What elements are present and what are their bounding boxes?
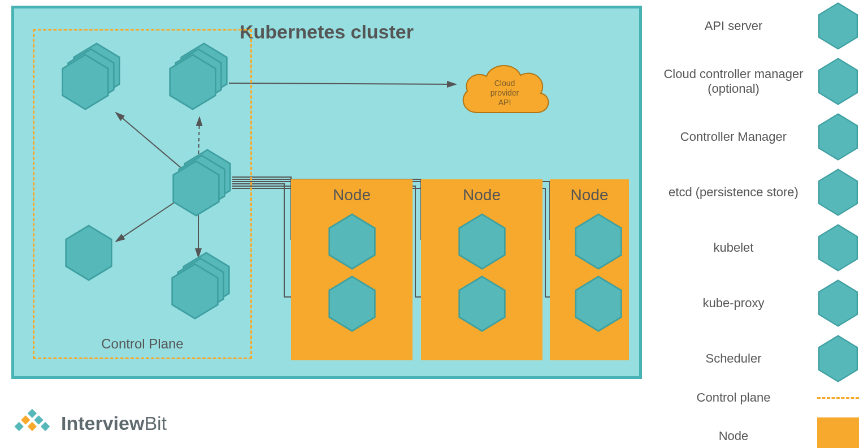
legend: API server Cloud controller manager (opt… (656, 2, 859, 448)
svg-marker-18 (329, 214, 375, 269)
square-icon (817, 417, 859, 448)
svg-marker-28 (819, 225, 857, 270)
cloud-provider-api: Cloud provider API (455, 58, 554, 126)
svg-rect-36 (41, 422, 50, 431)
node-label: Node (550, 186, 629, 204)
node-1: Node (291, 179, 413, 360)
svg-marker-27 (819, 169, 857, 215)
legend-item: etcd (persistence store) (656, 169, 859, 216)
svg-marker-24 (819, 3, 857, 49)
hexagon-icon (817, 169, 859, 216)
svg-rect-34 (14, 422, 23, 431)
brand-logo: InterviewBit (12, 407, 167, 440)
svg-marker-30 (819, 335, 857, 381)
svg-marker-19 (329, 277, 375, 331)
kubernetes-cluster: Kubernetes cluster (11, 6, 642, 379)
legend-item: Scheduler (656, 335, 859, 382)
cloud-text: Cloud provider API (455, 79, 554, 107)
legend-item: API server (656, 2, 859, 50)
hexagon-icon (817, 113, 859, 161)
hexagon-icon (817, 58, 859, 105)
legend-item: Control plane (656, 390, 859, 405)
node-2: Node (421, 179, 542, 360)
hexagon-icon (817, 279, 859, 327)
svg-marker-10 (170, 55, 216, 109)
node-3: Node (550, 179, 629, 360)
hexagon-icon (574, 275, 623, 332)
legend-item: Cloud controller manager (optional) (656, 58, 859, 105)
node-label: Node (421, 186, 542, 204)
svg-rect-33 (34, 415, 43, 424)
svg-marker-23 (576, 277, 622, 331)
legend-item: kubelet (656, 224, 859, 272)
hexagon-icon (457, 275, 507, 332)
svg-marker-17 (172, 264, 218, 318)
svg-marker-20 (459, 214, 505, 269)
dashed-line-icon (817, 397, 859, 399)
legend-item: kube-proxy (656, 279, 859, 327)
svg-marker-26 (819, 114, 857, 160)
legend-item: Node (656, 417, 859, 448)
svg-marker-7 (63, 55, 108, 109)
svg-marker-14 (66, 226, 112, 280)
hexagon-icon (817, 224, 859, 272)
svg-marker-13 (173, 161, 219, 216)
svg-line-0 (229, 83, 456, 84)
node-label: Node (291, 186, 413, 204)
hexagon-icon (817, 335, 859, 382)
logo-icon (12, 407, 57, 440)
hex-bottom-left (64, 225, 114, 281)
svg-marker-29 (819, 280, 857, 326)
svg-marker-22 (576, 214, 622, 269)
control-plane-label: Control Plane (34, 336, 250, 352)
svg-marker-25 (819, 58, 857, 104)
hexagon-icon (457, 213, 507, 270)
hexagon-icon (327, 213, 377, 270)
legend-item: Controller Manager (656, 113, 859, 161)
svg-rect-31 (28, 409, 37, 418)
svg-marker-21 (459, 277, 505, 331)
svg-rect-35 (28, 422, 37, 431)
brand-name: InterviewBit (61, 412, 167, 434)
hexagon-icon (327, 275, 377, 332)
svg-rect-32 (21, 415, 30, 424)
hexagon-icon (817, 2, 859, 50)
hexagon-icon (574, 213, 623, 270)
